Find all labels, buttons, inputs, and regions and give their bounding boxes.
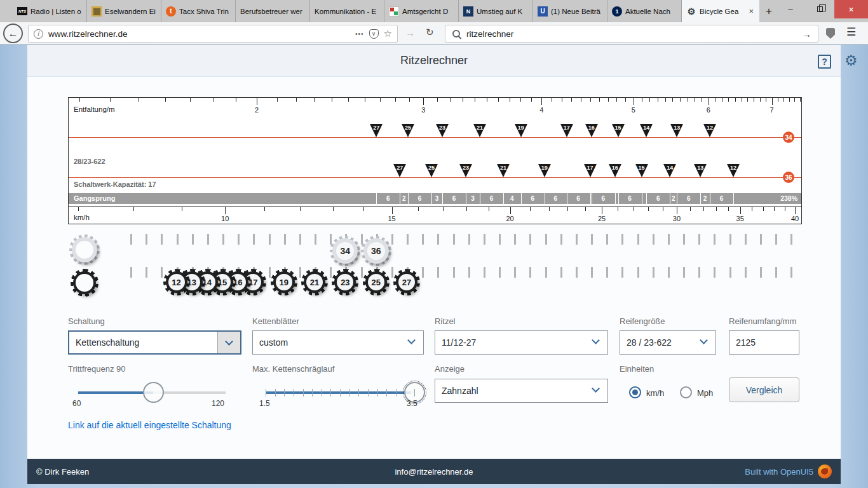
sprocket-marker[interactable]: 25: [402, 124, 414, 137]
page-actions-icon[interactable]: •••: [355, 30, 364, 37]
forward-button[interactable]: →: [405, 27, 415, 38]
entfaltung-tick: [380, 98, 381, 102]
sprocket-marker[interactable]: 23: [459, 164, 472, 177]
sprocket-gear-21[interactable]: 21: [301, 269, 328, 295]
chevron-down-icon: [700, 336, 708, 344]
settings-gear-icon[interactable]: ⚙: [844, 52, 858, 69]
chainring-gear-34[interactable]: 34: [330, 236, 360, 266]
sprocket-gear-23[interactable]: 23: [332, 269, 358, 295]
ritzel-select[interactable]: 11/12-27: [435, 330, 608, 355]
reload-button[interactable]: ↻: [426, 27, 434, 38]
kmh-tick: [703, 207, 704, 211]
sprocket-marker[interactable]: 12: [703, 124, 716, 137]
sprocket-marker[interactable]: 15: [635, 164, 648, 177]
slider-tick: [284, 389, 285, 396]
search-input[interactable]: ritzelrechner: [466, 29, 797, 39]
site-info-icon[interactable]: i: [34, 29, 43, 39]
sprocket-marker[interactable]: 15: [612, 124, 625, 137]
sprocket-marker[interactable]: 19: [538, 164, 551, 177]
kmh-tick: [648, 207, 649, 211]
browser-tab[interactable]: Eselwandern Ei: [87, 0, 161, 22]
bookmark-star-icon[interactable]: ☆: [384, 28, 392, 39]
built-with-link[interactable]: Built with OpenUI5: [745, 467, 813, 477]
sprocket-marker[interactable]: 21: [497, 164, 510, 177]
slider-tick: [377, 389, 378, 396]
tab-title: Eselwandern Ei: [105, 8, 156, 15]
entfaltung-tick: [590, 98, 591, 102]
radio-mph[interactable]: [680, 386, 692, 398]
sprocket-template-icon[interactable]: [71, 269, 98, 297]
restore-button[interactable]: [805, 0, 834, 18]
browser-tab[interactable]: ⚙Bicycle Gea×: [682, 0, 759, 22]
kmh-tick: [418, 207, 419, 211]
kettenblaetter-select[interactable]: custom: [252, 330, 424, 355]
adblock-shield-icon[interactable]: [826, 28, 835, 39]
trittfrequenz-slider-handle[interactable]: [143, 382, 164, 403]
gangsprung-step-value: 6: [656, 193, 660, 204]
sprocket-marker[interactable]: 27: [393, 164, 406, 177]
browser-tab[interactable]: 1Aktuelle Nach: [607, 0, 682, 22]
search-bar[interactable]: ritzelrechner →: [445, 25, 818, 43]
sprocket-marker[interactable]: 23: [436, 124, 449, 137]
sprocket-marker[interactable]: 14: [663, 164, 676, 177]
current-setup-link[interactable]: Link auf die aktuell eingestellte Schalt…: [68, 420, 231, 430]
sprocket-gear-27[interactable]: 27: [393, 269, 420, 295]
nts-favicon-icon: NTS: [17, 7, 27, 15]
browser-tab-bar: NTSRadio | Listen oEselwandern EitTacx S…: [0, 0, 868, 22]
gangsprung-divider: [400, 193, 400, 204]
select-arrow-button[interactable]: [217, 332, 240, 353]
reifenumfang-input[interactable]: 2125: [729, 330, 799, 355]
sprocket-gear-12[interactable]: 12: [163, 269, 190, 295]
browser-tab[interactable]: NUmstieg auf K: [459, 0, 533, 22]
tab-strip: NTSRadio | Listen oEselwandern EitTacx S…: [13, 0, 759, 22]
reifengroesse-select[interactable]: 28 / 23-622: [620, 330, 716, 355]
browser-tab[interactable]: NTSRadio | Listen o: [13, 0, 87, 22]
minimize-button[interactable]: –: [776, 0, 805, 18]
url-text[interactable]: www.ritzelrechner.de: [48, 29, 350, 39]
menu-icon[interactable]: ☰: [846, 25, 856, 39]
entfaltung-tick: [236, 98, 236, 102]
browser-tab[interactable]: Amtsgericht D: [384, 0, 459, 22]
browser-tab[interactable]: U(1) Neue Beiträ: [533, 0, 607, 22]
slider-tick: [368, 389, 369, 396]
sprocket-marker[interactable]: 17: [560, 124, 573, 137]
entfaltung-tick: [581, 98, 581, 102]
sprocket-marker[interactable]: 16: [609, 164, 621, 177]
url-bar[interactable]: i www.ritzelrechner.de ••• ∨ ☆: [28, 25, 398, 43]
sprocket-gear-19[interactable]: 19: [271, 269, 297, 295]
nblue-favicon-icon: N: [463, 6, 473, 17]
browser-tab[interactable]: tTacx Shiva Trin: [161, 0, 236, 22]
browser-tab[interactable]: Kommunikation - E: [310, 0, 384, 22]
back-button[interactable]: ←: [3, 24, 23, 43]
sprocket-marker[interactable]: 14: [640, 124, 653, 137]
sprocket-marker[interactable]: 16: [585, 124, 598, 137]
sprocket-marker[interactable]: 27: [370, 124, 383, 137]
kmh-tick: [740, 207, 741, 214]
sprocket-marker[interactable]: 17: [584, 164, 597, 177]
anzeige-select[interactable]: Zahnzahl: [435, 379, 608, 403]
help-button[interactable]: ?: [818, 55, 831, 69]
schaltung-select[interactable]: Kettenschaltung: [68, 330, 241, 355]
slider-tick: [340, 389, 341, 396]
sprocket-marker[interactable]: 13: [694, 164, 707, 177]
sprocket-marker[interactable]: 12: [727, 164, 740, 177]
chainring-template-icon[interactable]: [69, 234, 100, 265]
gangsprung-step-value: 6: [452, 193, 456, 204]
sprocket-marker[interactable]: 21: [473, 124, 486, 137]
browser-tab[interactable]: Berufsbetreuer wer: [236, 0, 310, 22]
close-window-button[interactable]: ×: [834, 0, 868, 18]
chainring-gear-36[interactable]: 36: [361, 236, 391, 266]
entfaltung-tick: [702, 98, 702, 102]
vergleich-button[interactable]: Vergleich: [729, 377, 799, 402]
sprocket-marker[interactable]: 19: [515, 124, 527, 137]
search-go-icon[interactable]: →: [802, 29, 811, 39]
gangsprung-divider: [618, 193, 619, 204]
pocket-icon[interactable]: ∨: [369, 29, 379, 39]
entfaltung-tick-label: 5: [632, 106, 635, 114]
sprocket-gear-25[interactable]: 25: [363, 269, 390, 295]
entfaltung-tick: [672, 98, 673, 102]
radio-kmh[interactable]: [629, 386, 641, 398]
sprocket-marker[interactable]: 25: [425, 164, 438, 177]
tab-close-icon[interactable]: ×: [747, 6, 755, 16]
sprocket-marker[interactable]: 13: [670, 124, 683, 137]
